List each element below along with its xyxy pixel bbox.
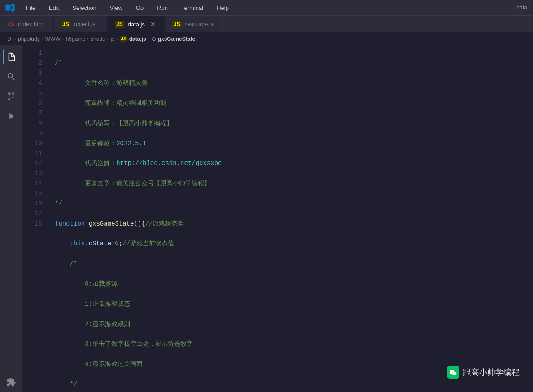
breadcrumb-part-4: shudu bbox=[91, 36, 105, 42]
breadcrumb-part-0: D: bbox=[7, 36, 13, 42]
tab-object-js[interactable]: JS object.js bbox=[54, 16, 108, 32]
line-numbers: 1 2 3 4 5 6 7 8 9 10 11 12 13 14 15 16 1… bbox=[22, 45, 46, 392]
window-title: data. bbox=[516, 4, 529, 11]
menu-view[interactable]: View bbox=[107, 4, 125, 12]
activity-bar bbox=[0, 45, 22, 392]
activity-search-icon[interactable] bbox=[3, 69, 19, 85]
svg-point-1 bbox=[13, 93, 14, 95]
tab-data-js[interactable]: JS data.js ✕ bbox=[108, 16, 165, 32]
breadcrumb-part-3: h5game bbox=[66, 36, 85, 42]
breadcrumb-part-5: js bbox=[111, 36, 115, 42]
activity-extensions-icon[interactable] bbox=[3, 374, 19, 390]
tab-close-button[interactable]: ✕ bbox=[149, 20, 157, 29]
tab-bar: <> index.html JS object.js JS data.js ✕ … bbox=[0, 16, 533, 33]
tab-index-html[interactable]: <> index.html bbox=[0, 16, 54, 32]
menu-go[interactable]: Go bbox=[133, 4, 146, 12]
main-area: 1 2 3 4 5 6 7 8 9 10 11 12 13 14 15 16 1… bbox=[0, 45, 533, 392]
svg-point-2 bbox=[9, 99, 10, 100]
breadcrumb-part-7: gxsGameState bbox=[158, 36, 195, 42]
tab-resource-js[interactable]: JS resource.js bbox=[165, 16, 221, 32]
breadcrumb: D: › phpstudy › WWW › h5game › shudu › j… bbox=[0, 33, 533, 45]
menu-file[interactable]: File bbox=[23, 4, 38, 12]
menu-terminal[interactable]: Terminal bbox=[179, 4, 206, 12]
code-text[interactable]: /* 文件名称：游戏精灵类 简单描述：精灵绘制相关功能 代码编写：【跟高小帅学编… bbox=[46, 45, 533, 392]
activity-source-control-icon[interactable] bbox=[3, 88, 19, 105]
menu-run[interactable]: Run bbox=[154, 4, 170, 12]
menu-edit[interactable]: Edit bbox=[46, 4, 61, 12]
breadcrumb-symbol-icon: ⊙ bbox=[152, 36, 156, 42]
activity-run-debug-icon[interactable] bbox=[3, 108, 19, 124]
tab-label-object-js: object.js bbox=[74, 21, 96, 27]
html-icon: <> bbox=[7, 21, 14, 28]
js-icon-data: JS bbox=[115, 21, 124, 28]
tab-label-data-js: data.js bbox=[128, 21, 145, 28]
menu-help[interactable]: Help bbox=[214, 4, 232, 12]
js-icon-object: JS bbox=[61, 21, 70, 28]
js-icon-resource: JS bbox=[172, 21, 182, 28]
breadcrumb-part-2: WWW bbox=[45, 36, 61, 42]
code-editor[interactable]: 1 2 3 4 5 6 7 8 9 10 11 12 13 14 15 16 1… bbox=[22, 45, 533, 392]
breadcrumb-part-1: phpstudy bbox=[18, 36, 40, 42]
tab-label-index-html: index.html bbox=[18, 21, 44, 27]
menu-selection[interactable]: Selection bbox=[70, 4, 99, 12]
title-bar: File Edit Selection View Go Run Terminal… bbox=[0, 0, 533, 16]
vscode-logo-icon bbox=[4, 2, 15, 13]
breadcrumb-part-6: data.js bbox=[129, 36, 146, 42]
tab-label-resource-js: resource.js bbox=[185, 21, 214, 27]
breadcrumb-js-icon: JS bbox=[120, 36, 127, 42]
activity-files-icon[interactable] bbox=[3, 49, 19, 65]
